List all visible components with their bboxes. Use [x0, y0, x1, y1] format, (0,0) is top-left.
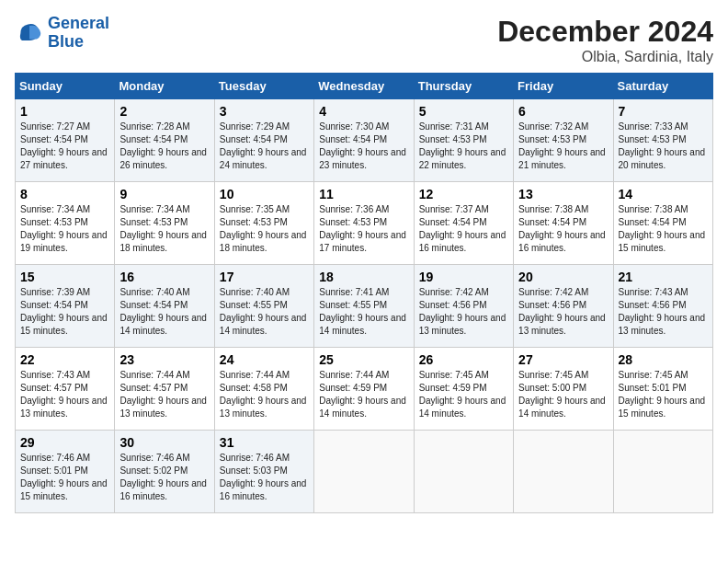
logo-icon [15, 18, 44, 48]
day-number: 11 [319, 187, 408, 201]
day-info: Sunrise: 7:39 AM Sunset: 4:54 PM Dayligh… [20, 286, 109, 338]
day-info: Sunrise: 7:43 AM Sunset: 4:57 PM Dayligh… [20, 369, 109, 420]
day-info: Sunrise: 7:40 AM Sunset: 4:55 PM Dayligh… [220, 286, 309, 338]
calendar-cell: 30 Sunrise: 7:46 AM Sunset: 5:02 PM Dayl… [115, 431, 214, 513]
logo-general: General [48, 14, 109, 32]
day-info: Sunrise: 7:36 AM Sunset: 4:53 PM Dayligh… [319, 203, 408, 255]
day-number: 14 [619, 187, 708, 201]
day-info: Sunrise: 7:45 AM Sunset: 4:59 PM Dayligh… [419, 369, 508, 420]
day-info: Sunrise: 7:40 AM Sunset: 4:54 PM Dayligh… [119, 286, 209, 338]
day-number: 18 [319, 270, 408, 284]
calendar-cell: 15 Sunrise: 7:39 AM Sunset: 4:54 PM Dayl… [16, 265, 115, 348]
calendar-cell [414, 431, 513, 513]
calendar-cell: 25 Sunrise: 7:44 AM Sunset: 4:59 PM Dayl… [314, 348, 414, 431]
day-number: 25 [319, 352, 408, 367]
day-info: Sunrise: 7:45 AM Sunset: 5:00 PM Dayligh… [518, 369, 608, 420]
calendar-cell: 3 Sunrise: 7:29 AM Sunset: 4:54 PM Dayli… [214, 99, 313, 182]
day-number: 9 [119, 187, 209, 201]
title-block: December 2024 Olbia, Sardinia, Italy [497, 15, 713, 65]
calendar-cell: 13 Sunrise: 7:38 AM Sunset: 4:54 PM Dayl… [514, 182, 613, 265]
day-number: 19 [419, 270, 508, 284]
day-info: Sunrise: 7:42 AM Sunset: 4:56 PM Dayligh… [419, 286, 508, 338]
weekday-header: Sunday [16, 74, 115, 99]
day-info: Sunrise: 7:44 AM Sunset: 4:57 PM Dayligh… [119, 369, 209, 420]
day-info: Sunrise: 7:46 AM Sunset: 5:02 PM Dayligh… [119, 452, 209, 503]
day-info: Sunrise: 7:38 AM Sunset: 4:54 PM Dayligh… [518, 203, 608, 255]
day-number: 15 [20, 270, 109, 284]
day-info: Sunrise: 7:29 AM Sunset: 4:54 PM Dayligh… [220, 121, 309, 172]
weekday-header: Wednesday [314, 74, 414, 99]
calendar-cell: 19 Sunrise: 7:42 AM Sunset: 4:56 PM Dayl… [414, 265, 513, 348]
calendar-week-row: 8 Sunrise: 7:34 AM Sunset: 4:53 PM Dayli… [16, 182, 713, 265]
calendar-cell: 6 Sunrise: 7:32 AM Sunset: 4:53 PM Dayli… [514, 99, 613, 182]
day-info: Sunrise: 7:44 AM Sunset: 4:58 PM Dayligh… [220, 369, 309, 420]
day-number: 13 [518, 187, 608, 201]
weekday-header: Monday [115, 74, 214, 99]
calendar-cell: 22 Sunrise: 7:43 AM Sunset: 4:57 PM Dayl… [16, 348, 115, 431]
day-number: 3 [220, 104, 309, 119]
calendar-cell: 4 Sunrise: 7:30 AM Sunset: 4:54 PM Dayli… [314, 99, 414, 182]
calendar-cell: 5 Sunrise: 7:31 AM Sunset: 4:53 PM Dayli… [414, 99, 513, 182]
calendar-cell: 28 Sunrise: 7:45 AM Sunset: 5:01 PM Dayl… [613, 348, 712, 431]
calendar-cell: 17 Sunrise: 7:40 AM Sunset: 4:55 PM Dayl… [214, 265, 313, 348]
day-number: 26 [419, 352, 508, 367]
day-number: 31 [220, 435, 309, 450]
day-info: Sunrise: 7:42 AM Sunset: 4:56 PM Dayligh… [518, 286, 608, 338]
day-number: 10 [220, 187, 309, 201]
logo-text: General Blue [48, 15, 109, 52]
day-number: 6 [518, 104, 608, 119]
day-info: Sunrise: 7:37 AM Sunset: 4:54 PM Dayligh… [419, 203, 508, 255]
logo: General Blue [15, 15, 109, 52]
day-number: 2 [119, 104, 209, 119]
calendar-cell: 2 Sunrise: 7:28 AM Sunset: 4:54 PM Dayli… [115, 99, 214, 182]
calendar-week-row: 1 Sunrise: 7:27 AM Sunset: 4:54 PM Dayli… [16, 99, 713, 182]
day-number: 17 [220, 270, 309, 284]
calendar-cell: 31 Sunrise: 7:46 AM Sunset: 5:03 PM Dayl… [214, 431, 313, 513]
day-number: 27 [518, 352, 608, 367]
location-title: Olbia, Sardinia, Italy [497, 49, 713, 65]
day-number: 5 [419, 104, 508, 119]
day-number: 7 [619, 104, 708, 119]
day-number: 22 [20, 352, 109, 367]
day-number: 1 [20, 104, 109, 119]
day-info: Sunrise: 7:27 AM Sunset: 4:54 PM Dayligh… [20, 121, 109, 172]
day-number: 8 [20, 187, 109, 201]
day-number: 24 [220, 352, 309, 367]
calendar-cell: 10 Sunrise: 7:35 AM Sunset: 4:53 PM Dayl… [214, 182, 313, 265]
calendar-cell: 29 Sunrise: 7:46 AM Sunset: 5:01 PM Dayl… [16, 431, 115, 513]
day-number: 16 [119, 270, 209, 284]
day-info: Sunrise: 7:46 AM Sunset: 5:03 PM Dayligh… [220, 452, 309, 503]
day-info: Sunrise: 7:34 AM Sunset: 4:53 PM Dayligh… [20, 203, 109, 255]
calendar-week-row: 29 Sunrise: 7:46 AM Sunset: 5:01 PM Dayl… [16, 431, 713, 513]
day-info: Sunrise: 7:32 AM Sunset: 4:53 PM Dayligh… [518, 121, 608, 172]
day-info: Sunrise: 7:28 AM Sunset: 4:54 PM Dayligh… [119, 121, 209, 172]
weekday-header-row: SundayMondayTuesdayWednesdayThursdayFrid… [16, 74, 713, 99]
day-number: 20 [518, 270, 608, 284]
day-number: 4 [319, 104, 408, 119]
calendar-week-row: 22 Sunrise: 7:43 AM Sunset: 4:57 PM Dayl… [16, 348, 713, 431]
weekday-header: Friday [514, 74, 613, 99]
weekday-header: Thursday [414, 74, 513, 99]
day-number: 30 [119, 435, 209, 450]
day-info: Sunrise: 7:45 AM Sunset: 5:01 PM Dayligh… [619, 369, 708, 420]
calendar-cell: 27 Sunrise: 7:45 AM Sunset: 5:00 PM Dayl… [514, 348, 613, 431]
day-info: Sunrise: 7:33 AM Sunset: 4:53 PM Dayligh… [619, 121, 708, 172]
calendar-cell [514, 431, 613, 513]
calendar-table: SundayMondayTuesdayWednesdayThursdayFrid… [15, 73, 713, 513]
day-info: Sunrise: 7:38 AM Sunset: 4:54 PM Dayligh… [619, 203, 708, 255]
day-number: 23 [119, 352, 209, 367]
calendar-cell: 18 Sunrise: 7:41 AM Sunset: 4:55 PM Dayl… [314, 265, 414, 348]
day-number: 29 [20, 435, 109, 450]
day-number: 21 [619, 270, 708, 284]
calendar-cell: 14 Sunrise: 7:38 AM Sunset: 4:54 PM Dayl… [613, 182, 712, 265]
month-title: December 2024 [497, 15, 713, 49]
day-info: Sunrise: 7:41 AM Sunset: 4:55 PM Dayligh… [319, 286, 408, 338]
calendar-cell: 21 Sunrise: 7:43 AM Sunset: 4:56 PM Dayl… [613, 265, 712, 348]
calendar-cell: 20 Sunrise: 7:42 AM Sunset: 4:56 PM Dayl… [514, 265, 613, 348]
weekday-header: Saturday [613, 74, 712, 99]
calendar-week-row: 15 Sunrise: 7:39 AM Sunset: 4:54 PM Dayl… [16, 265, 713, 348]
calendar-cell [613, 431, 712, 513]
day-info: Sunrise: 7:30 AM Sunset: 4:54 PM Dayligh… [319, 121, 408, 172]
calendar-cell: 1 Sunrise: 7:27 AM Sunset: 4:54 PM Dayli… [16, 99, 115, 182]
day-info: Sunrise: 7:46 AM Sunset: 5:01 PM Dayligh… [20, 452, 109, 503]
